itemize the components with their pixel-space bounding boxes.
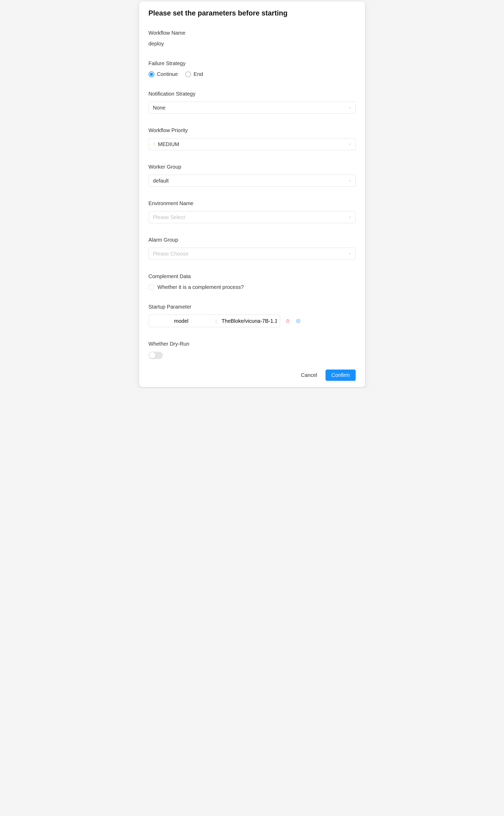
- workflow-name-value: deploy: [149, 41, 164, 46]
- workflow-priority-select[interactable]: ↑ MEDIUM: [149, 138, 356, 150]
- workflow-priority-text: MEDIUM: [158, 141, 179, 147]
- chevron-down-icon: [348, 106, 352, 109]
- complement-checkbox-row: Whether it is a complement process?: [149, 284, 356, 290]
- complement-checkbox-label: Whether it is a complement process?: [157, 284, 244, 290]
- start-parameters-modal: Please set the parameters before startin…: [139, 1, 365, 387]
- failure-strategy-continue-radio[interactable]: Continue: [149, 71, 178, 77]
- alarm-group-label: Alarm Group: [149, 237, 356, 243]
- plus-circle-icon: [296, 318, 301, 323]
- startup-parameter-row: :: [149, 315, 356, 327]
- environment-name-select[interactable]: Please Select: [149, 211, 356, 223]
- startup-param-key-input[interactable]: [149, 315, 214, 327]
- confirm-button[interactable]: Confirm: [325, 369, 355, 381]
- arrow-up-icon: ↑: [153, 142, 155, 147]
- workflow-name-field: Workflow Name deploy: [149, 30, 356, 47]
- failure-strategy-end-label: End: [194, 71, 203, 77]
- worker-group-value: default: [153, 178, 169, 184]
- dry-run-switch[interactable]: [149, 352, 163, 359]
- notification-strategy-label: Notification Strategy: [149, 91, 356, 97]
- chevron-down-icon: [348, 215, 352, 219]
- alarm-group-select[interactable]: Please Choose: [149, 248, 356, 260]
- modal-footer: Cancel Confirm: [149, 369, 356, 381]
- complement-data-field: Complement Data Whether it is a compleme…: [149, 273, 356, 290]
- notification-strategy-select[interactable]: None: [149, 102, 356, 114]
- worker-group-field: Worker Group default: [149, 164, 356, 187]
- environment-name-placeholder: Please Select: [153, 214, 185, 220]
- workflow-priority-field: Workflow Priority ↑ MEDIUM: [149, 127, 356, 150]
- worker-group-select[interactable]: default: [149, 175, 356, 187]
- param-separator: :: [214, 318, 219, 324]
- dry-run-field: Whether Dry-Run: [149, 341, 356, 359]
- chevron-down-icon: [348, 142, 352, 146]
- failure-strategy-radios: Continue End: [149, 71, 356, 77]
- startup-parameter-field: Startup Parameter :: [149, 304, 356, 327]
- cancel-button[interactable]: Cancel: [300, 370, 318, 380]
- alarm-group-placeholder: Please Choose: [153, 251, 189, 257]
- startup-parameter-pair: :: [149, 315, 280, 327]
- dry-run-label: Whether Dry-Run: [149, 341, 356, 347]
- alarm-group-field: Alarm Group Please Choose: [149, 237, 356, 260]
- radio-icon: [185, 71, 191, 77]
- delete-param-button[interactable]: [285, 318, 291, 324]
- workflow-name-label: Workflow Name: [149, 30, 356, 36]
- trash-icon: [285, 318, 290, 323]
- notification-strategy-field: Notification Strategy None: [149, 91, 356, 114]
- environment-name-label: Environment Name: [149, 200, 356, 206]
- failure-strategy-label: Failure Strategy: [149, 60, 356, 66]
- modal-title: Please set the parameters before startin…: [149, 9, 356, 17]
- failure-strategy-field: Failure Strategy Continue End: [149, 60, 356, 77]
- workflow-priority-value: ↑ MEDIUM: [153, 141, 179, 147]
- complement-checkbox[interactable]: [149, 285, 154, 290]
- failure-strategy-continue-label: Continue: [157, 71, 178, 77]
- startup-parameter-label: Startup Parameter: [149, 304, 356, 310]
- worker-group-label: Worker Group: [149, 164, 356, 170]
- environment-name-field: Environment Name Please Select: [149, 200, 356, 223]
- workflow-priority-label: Workflow Priority: [149, 127, 356, 133]
- radio-icon: [149, 71, 154, 77]
- chevron-down-icon: [348, 252, 352, 255]
- add-param-button[interactable]: [295, 318, 301, 324]
- failure-strategy-end-radio[interactable]: End: [185, 71, 203, 77]
- notification-strategy-value: None: [153, 105, 166, 111]
- startup-param-value-input[interactable]: [218, 315, 280, 327]
- complement-data-label: Complement Data: [149, 273, 356, 279]
- chevron-down-icon: [348, 179, 352, 182]
